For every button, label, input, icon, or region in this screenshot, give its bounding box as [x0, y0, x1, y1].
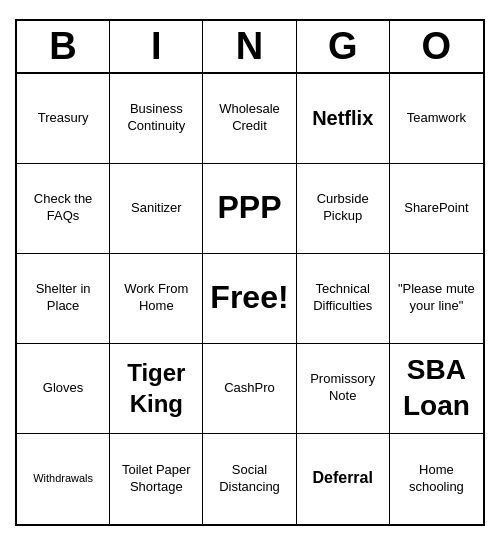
bingo-cell-22: Social Distancing	[203, 434, 296, 524]
header-n: N	[203, 21, 296, 72]
bingo-cell-23: Deferral	[297, 434, 390, 524]
bingo-cell-21: Toilet Paper Shortage	[110, 434, 203, 524]
header-o: O	[390, 21, 483, 72]
bingo-cell-17: CashPro	[203, 344, 296, 434]
bingo-cell-19: SBA Loan	[390, 344, 483, 434]
bingo-cell-4: Teamwork	[390, 74, 483, 164]
header-i: I	[110, 21, 203, 72]
bingo-cell-2: Wholesale Credit	[203, 74, 296, 164]
bingo-cell-0: Treasury	[17, 74, 110, 164]
bingo-cell-16: Tiger King	[110, 344, 203, 434]
header-b: B	[17, 21, 110, 72]
bingo-cell-13: Technical Difficulties	[297, 254, 390, 344]
bingo-cell-24: Home schooling	[390, 434, 483, 524]
bingo-cell-11: Work From Home	[110, 254, 203, 344]
bingo-cell-9: SharePoint	[390, 164, 483, 254]
bingo-cell-15: Gloves	[17, 344, 110, 434]
bingo-cell-18: Promissory Note	[297, 344, 390, 434]
bingo-grid: TreasuryBusiness ContinuityWholesale Cre…	[17, 74, 483, 524]
bingo-cell-1: Business Continuity	[110, 74, 203, 164]
bingo-cell-12: Free!	[203, 254, 296, 344]
bingo-card: B I N G O TreasuryBusiness ContinuityWho…	[15, 19, 485, 526]
bingo-cell-14: "Please mute your line"	[390, 254, 483, 344]
bingo-cell-5: Check the FAQs	[17, 164, 110, 254]
bingo-cell-10: Shelter in Place	[17, 254, 110, 344]
bingo-cell-20: Withdrawals	[17, 434, 110, 524]
bingo-cell-3: Netflix	[297, 74, 390, 164]
header-g: G	[297, 21, 390, 72]
bingo-cell-6: Sanitizer	[110, 164, 203, 254]
bingo-cell-8: Curbside Pickup	[297, 164, 390, 254]
bingo-cell-7: PPP	[203, 164, 296, 254]
bingo-header: B I N G O	[17, 21, 483, 74]
